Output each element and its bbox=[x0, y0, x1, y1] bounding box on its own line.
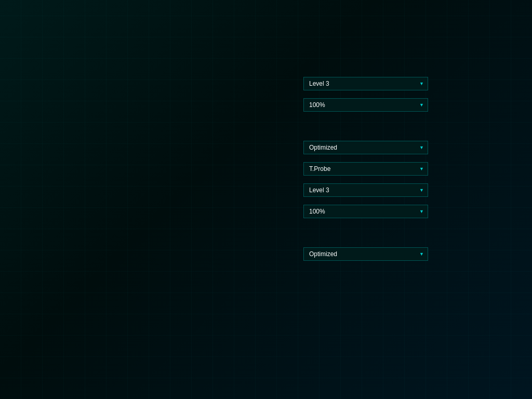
dropdown-vddcr-cpu-power-duty[interactable]: T.ProbeExtreme bbox=[303, 162, 428, 176]
dropdown-vddcr-cpu-current-cap[interactable]: 100%110%120%130%140% bbox=[303, 98, 428, 112]
dropdown-wrapper-vddcr-soc-power-phase: AutoStandardOptimizedExtremeManual bbox=[303, 247, 428, 261]
dropdown-vddcr-cpu-power-phase[interactable]: AutoStandardOptimizedExtremeManual bbox=[303, 141, 428, 154]
dropdown-vddcr-cpu-load-line[interactable]: AutoLevel 1Level 2Level 3Level 4Level 5L… bbox=[303, 77, 428, 90]
dropdown-vddcr-soc-current-cap[interactable]: 100%110%120%130%140% bbox=[303, 205, 428, 218]
dropdown-vddcr-soc-power-phase[interactable]: AutoStandardOptimizedExtremeManual bbox=[303, 247, 428, 261]
dropdown-wrapper-vddcr-cpu-power-phase: AutoStandardOptimizedExtremeManual bbox=[303, 141, 428, 154]
dropdown-wrapper-vddcr-soc-current-cap: 100%110%120%130%140% bbox=[303, 205, 428, 218]
dropdown-wrapper-vddcr-cpu-current-cap: 100%110%120%130%140% bbox=[303, 98, 428, 112]
dropdown-wrapper-vddcr-cpu-load-line: AutoLevel 1Level 2Level 3Level 4Level 5L… bbox=[303, 77, 428, 90]
dropdown-wrapper-vddcr-soc-load-line: AutoLevel 1Level 2Level 3Level 4Level 5L… bbox=[303, 183, 428, 197]
dropdown-wrapper-vddcr-cpu-power-duty: T.ProbeExtreme bbox=[303, 162, 428, 176]
dropdown-vddcr-soc-load-line[interactable]: AutoLevel 1Level 2Level 3Level 4Level 5L… bbox=[303, 183, 428, 197]
